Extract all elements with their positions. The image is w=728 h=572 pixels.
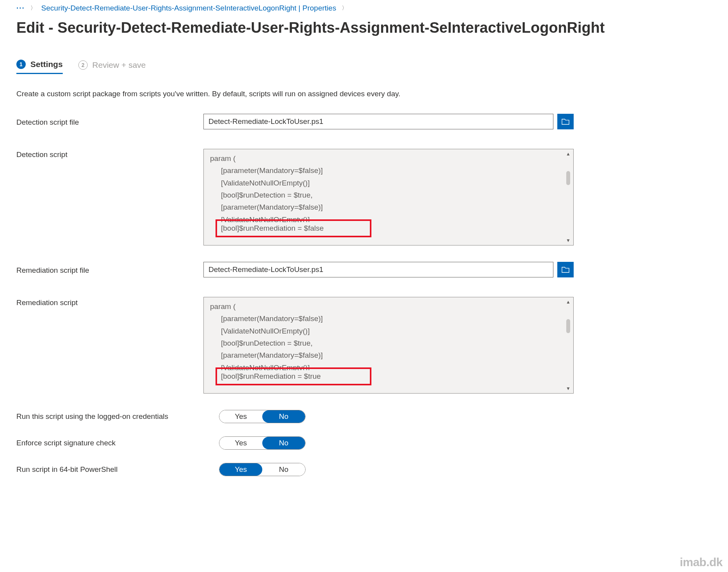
code-line: [parameter(Mandatory=$false)]	[210, 312, 567, 325]
label-remediation-script: Remediation script	[16, 297, 203, 307]
wizard-steps: 1 Settings 2 Review + save	[16, 60, 712, 74]
input-remediation-script-file[interactable]	[203, 262, 553, 277]
code-line: [ValidateNotNullOrEmpty()]	[210, 214, 567, 222]
label-detection-script: Detection script	[16, 149, 203, 159]
label-run-64bit-powershell: Run script in 64-bit PowerShell	[16, 465, 219, 474]
step-number-badge: 1	[16, 60, 26, 69]
code-line: [bool]$runDetection = $true,	[210, 337, 567, 349]
scrollbar[interactable]: ▲ ▼	[565, 300, 572, 391]
step-settings[interactable]: 1 Settings	[16, 60, 63, 74]
browse-remediation-file-button[interactable]	[557, 262, 574, 277]
folder-icon	[561, 266, 570, 273]
toggle-run-64bit-powershell[interactable]: Yes No	[219, 463, 306, 476]
toggle-option-yes[interactable]: Yes	[219, 437, 262, 449]
page-description: Create a custom script package from scri…	[16, 90, 712, 98]
breadcrumb-link-properties[interactable]: Security-Detect-Remediate-User-Rights-As…	[41, 4, 336, 12]
scroll-up-icon[interactable]: ▲	[566, 152, 571, 156]
breadcrumb: ··· 〉 Security-Detect-Remediate-User-Rig…	[16, 4, 712, 12]
scrollbar[interactable]: ▲ ▼	[565, 152, 572, 243]
input-detection-script-file[interactable]	[203, 114, 553, 129]
step-review-save[interactable]: 2 Review + save	[78, 60, 146, 74]
code-line: [ValidateNotNullOrEmpty()]	[210, 325, 567, 337]
toggle-option-yes[interactable]: Yes	[219, 463, 262, 476]
remediation-script-preview[interactable]: param ( [parameter(Mandatory=$false)] [V…	[203, 297, 574, 394]
toggle-option-no[interactable]: No	[262, 463, 305, 476]
page-title: Edit - Security-Detect-Remediate-User-Ri…	[16, 19, 712, 36]
code-line: [bool]$runRemediation = $true	[210, 370, 567, 382]
label-run-logged-on-credentials: Run this script using the logged-on cred…	[16, 411, 219, 422]
toggle-option-no[interactable]: No	[262, 410, 305, 423]
watermark: imab.dk	[680, 556, 723, 569]
code-line: [parameter(Mandatory=$false)]	[210, 349, 567, 361]
browse-detection-file-button[interactable]	[557, 114, 574, 129]
folder-icon	[561, 118, 570, 125]
scroll-thumb[interactable]	[566, 171, 570, 185]
scroll-down-icon[interactable]: ▼	[566, 238, 571, 243]
scroll-thumb[interactable]	[566, 319, 570, 333]
toggle-option-yes[interactable]: Yes	[219, 410, 262, 423]
scroll-up-icon[interactable]: ▲	[566, 300, 571, 304]
step-label: Settings	[30, 60, 63, 69]
code-line: [ValidateNotNullOrEmpty()]	[210, 362, 567, 370]
detection-script-preview[interactable]: param ( [parameter(Mandatory=$false)] [V…	[203, 149, 574, 245]
scroll-down-icon[interactable]: ▼	[566, 386, 571, 391]
code-line: param (	[210, 300, 567, 312]
code-line: [parameter(Mandatory=$false)]	[210, 201, 567, 213]
label-detection-script-file: Detection script file	[16, 117, 203, 127]
code-line: [parameter(Mandatory=$false)]	[210, 164, 567, 177]
step-label: Review + save	[92, 60, 146, 70]
step-number-badge: 2	[78, 60, 88, 70]
label-enforce-signature-check: Enforce script signature check	[16, 439, 219, 447]
label-remediation-script-file: Remediation script file	[16, 265, 203, 275]
chevron-right-icon: 〉	[342, 5, 347, 12]
toggle-run-logged-on-credentials[interactable]: Yes No	[219, 410, 306, 423]
code-line: [bool]$runRemediation = $false	[210, 222, 567, 234]
code-line: [ValidateNotNullOrEmpty()]	[210, 177, 567, 189]
breadcrumb-ellipsis[interactable]: ···	[16, 4, 25, 12]
toggle-option-no[interactable]: No	[262, 437, 305, 449]
code-line: param (	[210, 152, 567, 164]
code-line: [bool]$runDetection = $true,	[210, 189, 567, 201]
toggle-enforce-signature-check[interactable]: Yes No	[219, 436, 306, 450]
chevron-right-icon: 〉	[30, 5, 36, 12]
